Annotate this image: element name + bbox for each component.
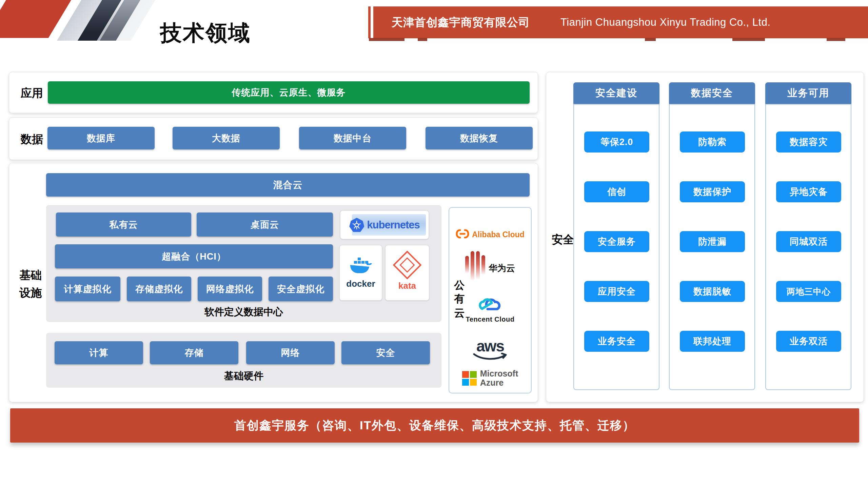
aws-wordmark: aws (476, 339, 504, 353)
private-cloud-chip: 私有云 (56, 212, 191, 237)
banner-underline-dash (732, 38, 765, 41)
security-item: 同城双活 (776, 231, 841, 252)
data-recovery-chip: 数据恢复 (426, 127, 533, 149)
security-column-header: 业务可用 (765, 82, 851, 104)
data-row-label: 数据 (21, 132, 43, 147)
red-parallelogram-decor (0, 0, 71, 38)
huawei-cloud-icon (465, 251, 485, 285)
security-column-construction: 安全建设 等保2.0 信创 安全服务 应用安全 业务安全 (573, 82, 659, 390)
security-item: 数据脱敏 (680, 281, 745, 302)
hci-bar: 超融合（HCI） (55, 244, 333, 268)
page-title: 技术领域 (160, 18, 251, 48)
storage-virtualization-chip: 存储虚拟化 (127, 277, 191, 301)
desktop-cloud-chip: 桌面云 (197, 212, 333, 237)
data-row-card: 数据 数据库 大数据 数据中台 数据恢复 (9, 117, 538, 160)
hybrid-cloud-bar: 混合云 (46, 173, 530, 197)
security-column-header: 安全建设 (573, 82, 659, 104)
banner-underline-dash (645, 38, 656, 41)
tencent-cloud-logo: Tencent Cloud (449, 291, 531, 323)
alibaba-cloud-icon (456, 229, 469, 240)
infrastructure-row-card: 基础 设施 混合云 私有云 桌面云 kubernetes 超融合（HCI） (9, 163, 538, 402)
azure-logo: Microsoft Azure (449, 369, 531, 387)
security-item: 联邦处理 (680, 331, 745, 352)
public-cloud-panel: 公 有 云 Alibaba Cloud (449, 207, 532, 393)
security-chip: 安全 (341, 341, 430, 364)
network-chip: 网络 (246, 341, 335, 364)
security-column-availability: 业务可用 数据容灾 异地灾备 同城双活 两地三中心 业务双活 (765, 82, 851, 390)
kubernetes-wordmark: kubernetes (367, 219, 419, 231)
docker-icon (350, 257, 372, 276)
security-item: 数据容灾 (776, 131, 841, 152)
infrastructure-label-line2: 设施 (19, 284, 42, 302)
hardware-panel: 计算 存储 网络 安全 基础硬件 (46, 333, 441, 388)
security-item: 安全服务 (584, 231, 649, 252)
sdc-panel: 私有云 桌面云 kubernetes 超融合（HCI） (46, 205, 441, 322)
security-item: 防勒索 (680, 131, 745, 152)
security-item: 业务双活 (776, 331, 841, 352)
kata-icon (393, 250, 422, 279)
aws-logo: aws (449, 339, 531, 363)
hardware-caption: 基础硬件 (46, 369, 441, 383)
database-chip: 数据库 (47, 127, 155, 149)
huawei-cloud-wordmark: 华为云 (489, 262, 515, 274)
storage-chip: 存储 (150, 341, 238, 364)
security-card: 安全 安全建设 等保2.0 信创 安全服务 应用安全 业务安全 数据安全 防勒索… (546, 72, 864, 402)
security-item: 业务安全 (584, 331, 649, 352)
company-banner: 天津首创鑫宇商贸有限公司 Tianjin Chuangshou Xinyu Tr… (373, 6, 868, 38)
application-row-card: 应用 传统应用、云原生、微服务 (9, 72, 538, 113)
services-banner: 首创鑫宇服务（咨询、IT外包、设备维保、高级技术支持、托管、迁移） (10, 408, 859, 443)
security-item: 应用安全 (584, 281, 649, 302)
banner-underline-dash (827, 38, 845, 41)
azure-wordmark-line1: Microsoft (480, 369, 518, 378)
compute-chip: 计算 (55, 341, 143, 364)
sdc-caption: 软件定义数据中心 (46, 305, 441, 319)
security-virtualization-chip: 安全虚拟化 (269, 277, 333, 301)
data-middle-platform-chip: 数据中台 (299, 127, 406, 149)
azure-wordmark-line2: Azure (480, 378, 518, 387)
banner-underline-dash (369, 38, 405, 41)
aws-smile-icon (473, 353, 508, 363)
security-item: 信创 (584, 181, 649, 202)
company-name-cn: 天津首创鑫宇商贸有限公司 (392, 15, 530, 30)
tencent-cloud-icon (476, 291, 505, 315)
security-item: 两地三中心 (776, 281, 841, 302)
security-column-data: 数据安全 防勒索 数据保护 防泄漏 数据脱敏 联邦处理 (669, 82, 755, 390)
bigdata-chip: 大数据 (173, 127, 280, 149)
kata-logo-box: kata (385, 245, 429, 301)
infrastructure-row-label: 基础 设施 (19, 266, 42, 302)
huawei-cloud-logo: 华为云 (449, 251, 531, 285)
security-item: 数据保护 (680, 181, 745, 202)
tencent-cloud-wordmark: Tencent Cloud (466, 316, 515, 323)
banner-accent-line (368, 6, 371, 38)
docker-logo-box: docker (339, 245, 382, 301)
banner-underline-dash (418, 38, 427, 41)
security-item: 等保2.0 (584, 131, 649, 152)
security-label: 安全 (552, 232, 574, 247)
security-column-header: 数据安全 (669, 82, 755, 104)
azure-wordmark: Microsoft Azure (480, 369, 518, 387)
building-photo (57, 0, 155, 41)
kubernetes-logo-box: kubernetes (340, 210, 429, 239)
company-name-en: Tianjin Chuangshou Xinyu Trading Co., Lt… (560, 16, 771, 28)
application-bar: 传统应用、云原生、微服务 (48, 81, 530, 104)
network-virtualization-chip: 网络虚拟化 (198, 277, 262, 301)
microsoft-squares-icon (462, 371, 477, 386)
alibaba-cloud-logo: Alibaba Cloud (449, 229, 531, 240)
alibaba-cloud-wordmark: Alibaba Cloud (472, 230, 525, 239)
docker-wordmark: docker (346, 279, 375, 289)
compute-virtualization-chip: 计算虚拟化 (55, 277, 120, 301)
infrastructure-label-line1: 基础 (19, 266, 42, 284)
kata-wordmark: kata (398, 281, 416, 291)
security-item: 异地灾备 (776, 181, 841, 202)
security-item: 防泄漏 (680, 231, 745, 252)
application-row-label: 应用 (21, 86, 43, 101)
